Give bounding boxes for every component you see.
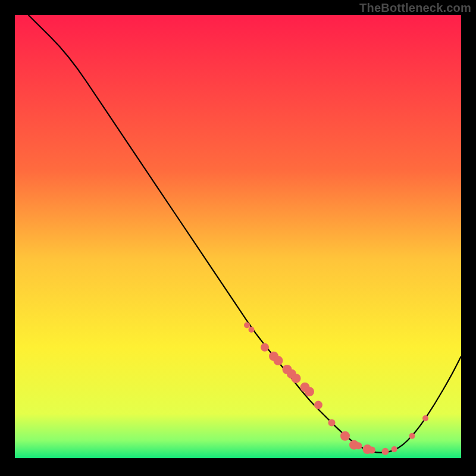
data-point — [409, 433, 415, 439]
data-point — [422, 415, 428, 421]
bottleneck-chart — [0, 0, 476, 476]
chart-container: TheBottleneck.com — [0, 0, 476, 476]
data-point — [328, 419, 336, 426]
data-point — [355, 442, 362, 449]
data-point — [382, 448, 389, 455]
data-point — [305, 387, 314, 396]
data-point — [340, 431, 350, 441]
data-point — [261, 343, 269, 352]
data-point — [274, 356, 283, 365]
watermark-text: TheBottleneck.com — [359, 1, 471, 15]
data-point — [292, 374, 301, 383]
data-point — [249, 327, 255, 333]
plot-background — [15, 15, 461, 458]
data-point — [314, 401, 322, 409]
data-point — [368, 447, 375, 454]
data-point — [392, 446, 397, 452]
data-point — [244, 322, 250, 328]
